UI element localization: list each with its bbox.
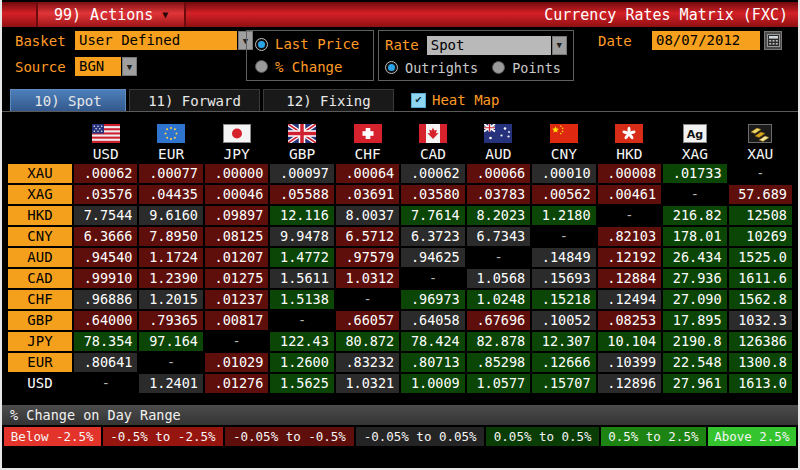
rate-cell-xag-hkd[interactable]: .00461 xyxy=(598,185,661,204)
rate-cell-aud-jpy[interactable]: .01207 xyxy=(205,248,268,267)
rate-cell-cny-cny[interactable]: - xyxy=(532,227,595,246)
rate-cell-eur-aud[interactable]: .85298 xyxy=(467,353,530,372)
rate-cell-cad-aud[interactable]: 1.0568 xyxy=(467,269,530,288)
rate-cell-cad-usd[interactable]: .99910 xyxy=(74,269,137,288)
rate-cell-usd-cny[interactable]: .15707 xyxy=(532,374,595,393)
rate-cell-gbp-chf[interactable]: .66057 xyxy=(336,311,399,330)
rate-cell-chf-usd[interactable]: .96886 xyxy=(74,290,137,309)
heat-map-checkbox[interactable]: ✔ xyxy=(411,93,426,108)
basket-dropdown[interactable]: User Defined ▼ xyxy=(75,31,253,50)
rate-cell-hkd-chf[interactable]: 8.0037 xyxy=(336,206,399,225)
rate-cell-gbp-gbp[interactable]: - xyxy=(270,311,333,330)
date-field[interactable]: 08/07/2012 xyxy=(652,31,760,50)
rate-cell-chf-eur[interactable]: 1.2015 xyxy=(139,290,202,309)
rate-cell-xag-cad[interactable]: .03580 xyxy=(401,185,464,204)
rate-cell-xag-xau[interactable]: 57.689 xyxy=(729,185,792,204)
rate-cell-gbp-eur[interactable]: .79365 xyxy=(139,311,202,330)
rate-cell-cad-jpy[interactable]: .01275 xyxy=(205,269,268,288)
rate-cell-gbp-aud[interactable]: .67696 xyxy=(467,311,530,330)
rate-cell-cny-gbp[interactable]: 9.9478 xyxy=(270,227,333,246)
rate-cell-jpy-hkd[interactable]: 10.104 xyxy=(598,332,661,351)
rate-cell-aud-aud[interactable]: - xyxy=(467,248,530,267)
rate-cell-xag-usd[interactable]: .03576 xyxy=(74,185,137,204)
rate-cell-eur-cad[interactable]: .80713 xyxy=(401,353,464,372)
rate-cell-chf-xau[interactable]: 1562.8 xyxy=(729,290,792,309)
rate-cell-gbp-hkd[interactable]: .08253 xyxy=(598,311,661,330)
rate-cell-cny-jpy[interactable]: .08125 xyxy=(205,227,268,246)
rate-cell-jpy-aud[interactable]: 82.878 xyxy=(467,332,530,351)
col-header-chf[interactable]: CHF xyxy=(336,116,399,162)
rate-cell-usd-xag[interactable]: 27.961 xyxy=(663,374,726,393)
row-label-cad[interactable]: CAD xyxy=(8,269,72,288)
rate-cell-cad-xag[interactable]: 27.936 xyxy=(663,269,726,288)
rate-cell-eur-usd[interactable]: .80641 xyxy=(74,353,137,372)
rate-cell-chf-xag[interactable]: 27.090 xyxy=(663,290,726,309)
rate-cell-hkd-cny[interactable]: 1.2180 xyxy=(532,206,595,225)
rate-cell-gbp-usd[interactable]: .64000 xyxy=(74,311,137,330)
rate-cell-chf-jpy[interactable]: .01237 xyxy=(205,290,268,309)
col-header-xag[interactable]: AgXAG xyxy=(663,116,726,162)
rate-cell-xau-usd[interactable]: .00062 xyxy=(74,164,137,183)
chevron-down-icon[interactable]: ▼ xyxy=(552,36,567,55)
rate-cell-eur-xag[interactable]: 22.548 xyxy=(663,353,726,372)
rate-cell-eur-gbp[interactable]: 1.2600 xyxy=(270,353,333,372)
rate-cell-jpy-gbp[interactable]: 122.43 xyxy=(270,332,333,351)
rate-cell-cny-xau[interactable]: 10269 xyxy=(729,227,792,246)
rate-cell-chf-aud[interactable]: 1.0248 xyxy=(467,290,530,309)
row-label-xag[interactable]: XAG xyxy=(8,185,72,204)
rate-cell-usd-gbp[interactable]: 1.5625 xyxy=(270,374,333,393)
rate-cell-jpy-cny[interactable]: 12.307 xyxy=(532,332,595,351)
rate-cell-hkd-cad[interactable]: 7.7614 xyxy=(401,206,464,225)
rate-cell-usd-aud[interactable]: 1.0577 xyxy=(467,374,530,393)
rate-cell-aud-gbp[interactable]: 1.4772 xyxy=(270,248,333,267)
rate-cell-eur-hkd[interactable]: .10399 xyxy=(598,353,661,372)
col-header-xau[interactable]: XAU xyxy=(729,116,792,162)
rate-cell-hkd-eur[interactable]: 9.6160 xyxy=(139,206,202,225)
rate-cell-xag-xag[interactable]: - xyxy=(663,185,726,204)
row-label-usd[interactable]: USD xyxy=(8,374,72,393)
rate-cell-xau-aud[interactable]: .00066 xyxy=(467,164,530,183)
rate-cell-jpy-cad[interactable]: 78.424 xyxy=(401,332,464,351)
rate-cell-gbp-jpy[interactable]: .00817 xyxy=(205,311,268,330)
rate-cell-jpy-xau[interactable]: 126386 xyxy=(729,332,792,351)
row-label-xau[interactable]: XAU xyxy=(8,164,72,183)
rate-cell-hkd-aud[interactable]: 8.2023 xyxy=(467,206,530,225)
rate-cell-usd-eur[interactable]: 1.2401 xyxy=(139,374,202,393)
radio-points[interactable]: Points xyxy=(492,60,561,76)
rate-cell-xag-chf[interactable]: .03691 xyxy=(336,185,399,204)
rate-cell-usd-jpy[interactable]: .01276 xyxy=(205,374,268,393)
actions-menu-button[interactable]: 99) Actions ▼ xyxy=(36,2,186,27)
rate-cell-cad-xau[interactable]: 1611.6 xyxy=(729,269,792,288)
calendar-icon[interactable] xyxy=(764,31,782,50)
rate-cell-hkd-jpy[interactable]: .09897 xyxy=(205,206,268,225)
tab-11-forward[interactable]: 11) Forward xyxy=(129,89,260,111)
rate-cell-chf-cny[interactable]: .15218 xyxy=(532,290,595,309)
rate-cell-cny-cad[interactable]: 6.3723 xyxy=(401,227,464,246)
rate-cell-jpy-jpy[interactable]: - xyxy=(205,332,268,351)
rate-cell-xau-gbp[interactable]: .00097 xyxy=(270,164,333,183)
rate-cell-gbp-cad[interactable]: .64058 xyxy=(401,311,464,330)
rate-cell-jpy-chf[interactable]: 80.872 xyxy=(336,332,399,351)
rate-cell-xau-jpy[interactable]: .00000 xyxy=(205,164,268,183)
rate-cell-cad-eur[interactable]: 1.2390 xyxy=(139,269,202,288)
rate-cell-cad-chf[interactable]: 1.0312 xyxy=(336,269,399,288)
rate-cell-eur-jpy[interactable]: .01029 xyxy=(205,353,268,372)
rate-cell-xau-cny[interactable]: .00010 xyxy=(532,164,595,183)
row-label-eur[interactable]: EUR xyxy=(8,353,72,372)
rate-cell-usd-xau[interactable]: 1613.0 xyxy=(729,374,792,393)
row-label-gbp[interactable]: GBP xyxy=(8,311,72,330)
rate-cell-eur-eur[interactable]: - xyxy=(139,353,202,372)
radio-change[interactable]: % Change xyxy=(255,59,365,75)
radio-last-price[interactable]: Last Price xyxy=(255,36,365,52)
rate-cell-chf-hkd[interactable]: .12494 xyxy=(598,290,661,309)
tab-12-fixing[interactable]: 12) Fixing xyxy=(263,89,394,111)
rate-cell-xau-eur[interactable]: .00077 xyxy=(139,164,202,183)
rate-cell-xau-xau[interactable]: - xyxy=(729,164,792,183)
rate-cell-eur-cny[interactable]: .12666 xyxy=(532,353,595,372)
rate-cell-hkd-hkd[interactable]: - xyxy=(598,206,661,225)
rate-cell-hkd-gbp[interactable]: 12.116 xyxy=(270,206,333,225)
rate-cell-cny-aud[interactable]: 6.7343 xyxy=(467,227,530,246)
rate-dropdown[interactable]: Spot ▼ xyxy=(427,36,567,55)
radio-outrights[interactable]: Outrights xyxy=(385,60,478,76)
rate-cell-jpy-eur[interactable]: 97.164 xyxy=(139,332,202,351)
